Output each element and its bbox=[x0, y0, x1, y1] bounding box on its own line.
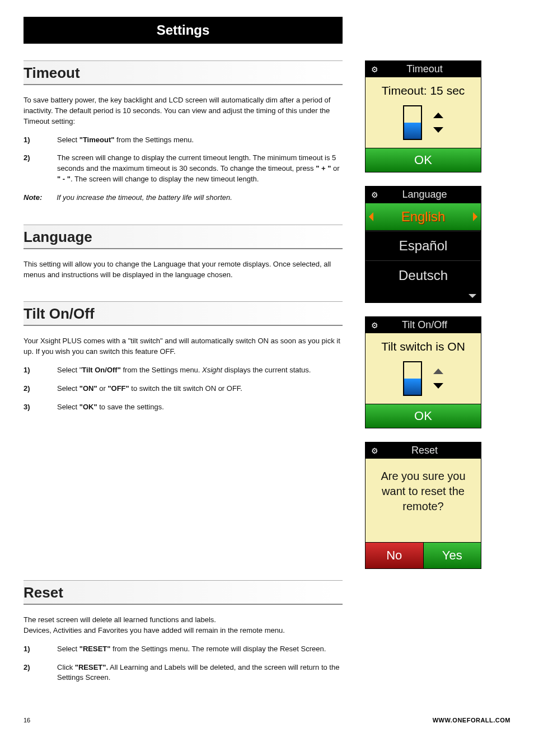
step-number: 3) bbox=[24, 402, 35, 413]
reset-intro1: The reset screen will delete all learned… bbox=[24, 615, 343, 626]
section-heading-reset: Reset bbox=[24, 580, 343, 605]
text: or bbox=[331, 164, 339, 172]
timeout-value: Timeout: 15 sec bbox=[366, 77, 481, 102]
text: "RESET". bbox=[75, 663, 108, 671]
level-bar bbox=[403, 105, 422, 140]
gear-icon: ⚙ bbox=[371, 321, 378, 330]
step-number: 2) bbox=[24, 384, 35, 394]
footer-url: WWW.ONEFORALL.COM bbox=[433, 717, 510, 724]
text: Tilt On/Off" bbox=[82, 366, 120, 374]
step-number: 1) bbox=[24, 365, 35, 376]
step-text: The screen will change to display the cu… bbox=[57, 153, 343, 185]
language-option[interactable]: Deutsch bbox=[366, 260, 481, 290]
chevron-left-icon[interactable] bbox=[369, 212, 373, 221]
language-intro: This setting will allow you to change th… bbox=[24, 259, 343, 281]
yes-button[interactable]: Yes bbox=[424, 543, 481, 568]
gear-icon: ⚙ bbox=[371, 190, 378, 199]
text: from the Settings menu. bbox=[121, 366, 202, 374]
text: " + " bbox=[316, 164, 331, 172]
text: The screen will change to display the cu… bbox=[57, 153, 336, 172]
text: Select bbox=[57, 645, 79, 653]
slider bbox=[366, 102, 481, 148]
text: Select bbox=[57, 384, 79, 393]
chevron-up-icon[interactable] bbox=[433, 113, 443, 118]
scroll-indicator bbox=[366, 290, 481, 302]
list-item: 1) Select "Tilt On/Off" from the Setting… bbox=[24, 365, 343, 376]
text: Xsight bbox=[202, 366, 222, 374]
device-header-title: Tilt On/Off bbox=[384, 319, 475, 331]
text: Select bbox=[57, 136, 79, 144]
device-tilt: ⚙ Tilt On/Off Tilt switch is ON OK bbox=[365, 316, 481, 428]
step-text: Click "RESET". All Learning and Labels w… bbox=[57, 662, 343, 684]
reset-intro2: Devices, Activities and Favorites you ha… bbox=[24, 626, 343, 636]
timeout-intro: To save battery power, the key backlight… bbox=[24, 95, 343, 127]
step-number: 1) bbox=[24, 135, 35, 146]
text: "RESET" bbox=[79, 645, 111, 653]
section-heading-timeout: Timeout bbox=[24, 60, 343, 85]
language-selected[interactable]: English bbox=[366, 203, 481, 231]
text: to save the settings. bbox=[97, 403, 164, 411]
chevron-down-icon bbox=[469, 294, 476, 298]
section-heading-tilt: Tilt On/Off bbox=[24, 301, 343, 326]
tilt-status: Tilt switch is ON bbox=[366, 333, 481, 358]
list-item: 2) The screen will change to display the… bbox=[24, 153, 343, 185]
text: from the Settings menu. The remote will … bbox=[110, 645, 326, 653]
text: " - " bbox=[57, 175, 71, 183]
text: "OK" bbox=[79, 403, 97, 411]
text: Click bbox=[57, 663, 75, 671]
reset-prompt: Are you sure you want to reset the remot… bbox=[366, 459, 481, 542]
device-header: ⚙ Reset bbox=[366, 442, 481, 459]
language-selected-label: English bbox=[401, 209, 446, 224]
step-number: 1) bbox=[24, 644, 35, 655]
level-fill bbox=[404, 379, 421, 395]
language-option[interactable]: Español bbox=[366, 231, 481, 260]
step-text: Select "ON" or "OFF" to switch the tilt … bbox=[57, 384, 343, 394]
device-header-title: Reset bbox=[384, 445, 475, 456]
list-item: 1) Select "Timeout" from the Settings me… bbox=[24, 135, 343, 146]
text: displays the current status. bbox=[222, 366, 311, 374]
chevron-right-icon[interactable] bbox=[473, 212, 477, 221]
device-reset: ⚙ Reset Are you sure you want to reset t… bbox=[365, 442, 481, 569]
text: from the Settings menu. bbox=[114, 136, 194, 144]
note-row: Note: If you increase the timeout, the b… bbox=[24, 193, 343, 203]
device-header-title: Language bbox=[384, 189, 475, 200]
device-timeout: ⚙ Timeout Timeout: 15 sec OK bbox=[365, 60, 481, 172]
chevron-down-icon[interactable] bbox=[433, 383, 443, 389]
page-title: Settings bbox=[24, 17, 343, 44]
text: "Timeout" bbox=[79, 136, 115, 144]
text: "OFF" bbox=[107, 384, 129, 393]
slider bbox=[366, 358, 481, 404]
page-number: 16 bbox=[24, 717, 30, 724]
list-item: 2) Select "ON" or "OFF" to switch the ti… bbox=[24, 384, 343, 394]
text: or bbox=[97, 384, 108, 393]
chevron-up-icon[interactable] bbox=[433, 368, 443, 374]
text: to switch the tilt switch ON or OFF. bbox=[129, 384, 242, 393]
step-text: Select "Tilt On/Off" from the Settings m… bbox=[57, 365, 343, 376]
footer: 16 WWW.ONEFORALL.COM bbox=[24, 717, 510, 724]
device-language: ⚙ Language English Español Deutsch bbox=[365, 186, 481, 303]
no-button[interactable]: No bbox=[366, 543, 424, 568]
device-header: ⚙ Tilt On/Off bbox=[366, 317, 481, 333]
text: Select " bbox=[57, 366, 82, 374]
gear-icon: ⚙ bbox=[371, 446, 378, 455]
note-label: Note: bbox=[24, 193, 42, 203]
list-item: 2) Click "RESET". All Learning and Label… bbox=[24, 662, 343, 684]
text: "ON" bbox=[79, 384, 97, 393]
device-header: ⚙ Timeout bbox=[366, 61, 481, 77]
text: . The screen will change to display the … bbox=[71, 175, 259, 183]
step-text: Select "OK" to save the settings. bbox=[57, 402, 343, 413]
chevron-down-icon[interactable] bbox=[433, 127, 443, 133]
ok-button[interactable]: OK bbox=[366, 148, 481, 172]
section-heading-language: Language bbox=[24, 225, 343, 249]
step-number: 2) bbox=[24, 153, 35, 185]
step-text: Select "Timeout" from the Settings menu. bbox=[57, 135, 343, 146]
device-header-title: Timeout bbox=[384, 63, 475, 75]
step-number: 2) bbox=[24, 662, 35, 684]
text: Select bbox=[57, 403, 79, 411]
ok-button[interactable]: OK bbox=[366, 404, 481, 428]
list-item: 1) Select "RESET" from the Settings menu… bbox=[24, 644, 343, 655]
gear-icon: ⚙ bbox=[371, 65, 378, 74]
level-fill bbox=[404, 123, 421, 139]
tilt-intro: Your Xsight PLUS comes with a "tilt swit… bbox=[24, 336, 343, 357]
note-text: If you increase the timeout, the battery… bbox=[57, 193, 232, 203]
